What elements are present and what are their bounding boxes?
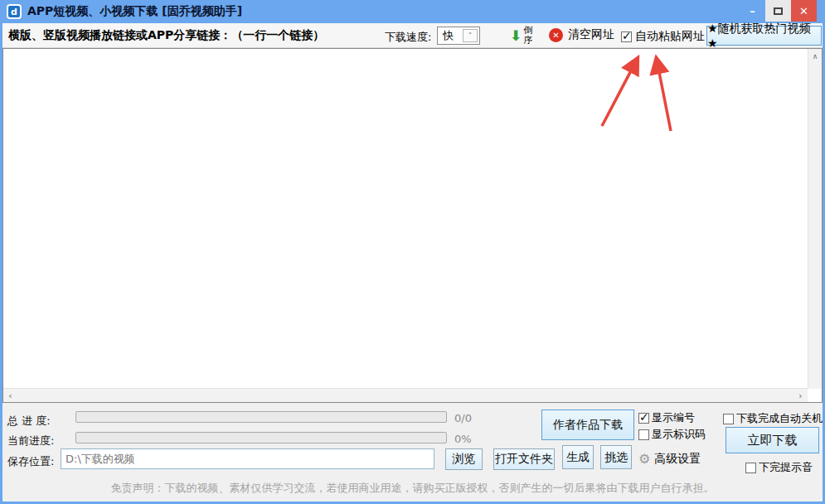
show-id-label: 显示标识码 [652,427,706,442]
browse-button[interactable]: 浏览 [445,448,483,470]
reverse-order-label: 倒序 [523,26,534,46]
finish-sound-checkbox[interactable]: 下完提示音 [745,460,813,475]
advanced-settings-button[interactable]: ⚙ 高级设置 [638,451,701,467]
download-speed-select[interactable]: 快 ˅ [437,27,480,45]
save-location-label: 保存位置: [7,454,54,469]
link-instruction-label: 横版、竖版视频播放链接或APP分享链接：（一行一个链接） [8,28,324,43]
checkbox-unchecked-icon [723,414,734,424]
download-speed-value: 快 [438,28,463,43]
total-progress-bar [75,411,447,423]
checkbox-checked-icon: ✓ [638,413,649,424]
window-title: APP短视频、小视频下载 [固乔视频助手] [27,4,242,19]
download-speed-label: 下载速度: [385,30,431,45]
author-works-download-button[interactable]: 作者作品下载 [541,410,634,440]
pick-button[interactable]: 挑选 [600,445,632,469]
current-progress-label: 当前进度: [7,434,54,448]
scroll-up-icon[interactable]: ∧ [808,49,822,63]
download-now-button[interactable]: 立即下载 [726,427,819,453]
auto-shutdown-checkbox[interactable]: 下载完成自动关机 [723,411,823,426]
show-number-label: 显示编号 [652,410,695,425]
scroll-left-icon[interactable]: ‹ [3,390,17,401]
total-progress-label: 总 进 度: [7,414,51,429]
green-down-arrow-icon: ⬇ [510,26,522,46]
random-hot-videos-button[interactable]: ★随机获取热门视频★ [706,26,822,46]
vertical-scrollbar[interactable]: ∧ [808,49,822,389]
open-folder-button[interactable]: 打开文件夹 [493,448,555,470]
scroll-right-icon[interactable]: › [793,390,808,401]
app-window: d APP短视频、小视频下载 [固乔视频助手] – ✕ 横版、竖版视频播放链接或… [0,0,825,504]
current-progress-value: 0% [454,433,472,445]
show-id-checkbox[interactable]: 显示标识码 [638,427,706,442]
finish-sound-label: 下完提示音 [759,460,813,475]
checkbox-checked-icon: ✓ [621,32,632,42]
chevron-down-icon: ˅ [463,29,478,42]
advanced-settings-label: 高级设置 [654,452,701,467]
title-bar: d APP短视频、小视频下载 [固乔视频助手] – ✕ [0,0,825,23]
clear-urls-button[interactable]: ✕ 清空网址 [549,27,614,42]
autopaste-checkbox[interactable]: ✓ 自动粘贴网址 [621,29,705,44]
reverse-order-button[interactable]: ⬇ 倒序 [510,26,534,46]
maximize-icon [774,7,783,15]
show-number-checkbox[interactable]: ✓ 显示编号 [638,410,695,425]
total-progress-value: 0/0 [454,412,472,424]
save-path-input[interactable] [61,448,434,469]
checkbox-unchecked-icon [638,429,649,440]
clear-x-icon: ✕ [549,28,563,42]
checkbox-unchecked-icon [745,463,756,473]
gear-icon: ⚙ [638,451,650,467]
maximize-button[interactable] [765,0,791,22]
url-list-textarea[interactable]: ∧ ‹ › [2,48,823,403]
generate-button[interactable]: 生成 [562,445,594,469]
current-progress-bar [75,432,447,443]
clear-urls-label: 清空网址 [568,27,614,42]
horizontal-scrollbar[interactable]: ‹ › [3,388,808,402]
app-icon: d [7,4,22,19]
disclaimer-text: 免责声明：下载的视频、素材仅供学习交流，若使用商业用途，请购买正版授权，否则产生… [2,481,823,496]
autopaste-label: 自动粘贴网址 [635,29,705,44]
minimize-button[interactable]: – [740,0,765,22]
close-button[interactable]: ✕ [791,0,817,22]
auto-shutdown-label: 下载完成自动关机 [736,411,823,426]
